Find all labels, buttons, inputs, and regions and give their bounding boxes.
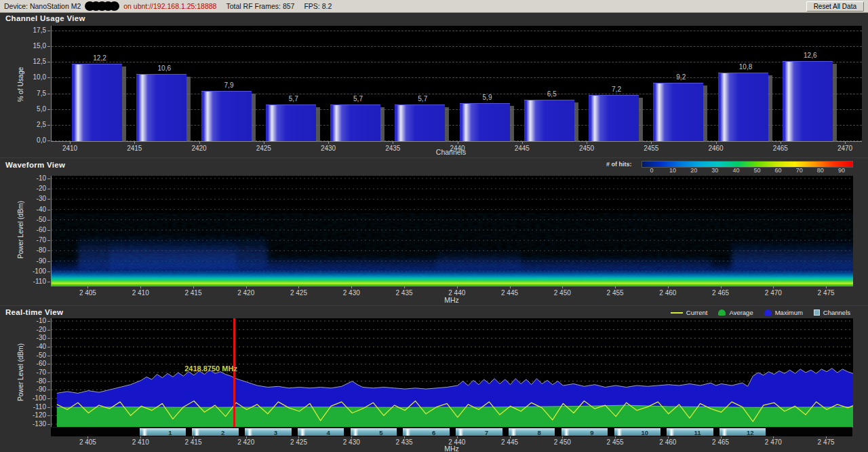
usage-x-tick-mark bbox=[264, 142, 264, 144]
usage-bar-shadow bbox=[768, 75, 772, 142]
waveform-x-tick-mark bbox=[562, 286, 563, 288]
realtime-spectrum-chart[interactable] bbox=[51, 318, 853, 428]
realtime-x-tick-label: 2 435 bbox=[395, 438, 412, 446]
reset-all-data-button[interactable]: Reset All Data bbox=[806, 1, 864, 12]
usage-y-tick-label: 5,0 bbox=[0, 105, 46, 113]
hits-tick-label: 40 bbox=[732, 167, 739, 174]
usage-bar-value: 5,7 bbox=[289, 95, 298, 102]
waveform-x-tick-label: 2 445 bbox=[501, 289, 518, 297]
waveform-y-tick-mark bbox=[47, 230, 50, 231]
usage-x-tick-label: 2445 bbox=[515, 145, 530, 152]
realtime-x-tick-label: 2 420 bbox=[237, 438, 254, 446]
waveform-y-tick-label: -20 bbox=[0, 185, 46, 192]
channel-number: 6 bbox=[403, 429, 449, 436]
hits-tick-label: 80 bbox=[817, 167, 824, 174]
usage-bar[interactable] bbox=[460, 103, 510, 141]
channel-block-9[interactable]: 9 bbox=[561, 428, 608, 436]
usage-bar-value: 5,7 bbox=[353, 95, 363, 102]
realtime-y-tick-label: -60 bbox=[0, 360, 46, 367]
channel-block-12[interactable]: 12 bbox=[719, 428, 766, 436]
realtime-y-tick-mark bbox=[47, 347, 50, 347]
usage-bar[interactable] bbox=[524, 100, 574, 141]
hits-label: # of hits: bbox=[606, 161, 632, 168]
legend-item-current: Current bbox=[671, 309, 708, 316]
legend-item-channels: Channels bbox=[814, 309, 850, 316]
channel-usage-chart[interactable]: 12,210,67,95,75,75,75,96,57,29,210,812,6 bbox=[51, 26, 862, 142]
usage-bar-shadow bbox=[574, 102, 578, 142]
channel-block-10[interactable]: 10 bbox=[614, 428, 660, 436]
usage-bar[interactable] bbox=[395, 105, 445, 141]
hits-tick-label: 20 bbox=[690, 167, 697, 174]
usage-bar[interactable] bbox=[653, 83, 703, 141]
realtime-y-tick-label: -50 bbox=[0, 352, 46, 359]
wifi-channels-strip: 123456789101112 bbox=[51, 427, 852, 436]
realtime-y-tick-label: -130 bbox=[0, 420, 46, 428]
usage-bar-value: 12,2 bbox=[93, 54, 106, 62]
usage-bar-shadow bbox=[833, 64, 837, 142]
usage-bar-value: 10,6 bbox=[158, 64, 171, 72]
usage-bar[interactable] bbox=[72, 64, 122, 141]
realtime-y-tick-label: -10 bbox=[0, 317, 46, 324]
usage-x-tick-label: 2415 bbox=[127, 145, 142, 152]
channel-block-4[interactable]: 4 bbox=[298, 428, 344, 436]
waveform-x-tick-mark bbox=[87, 286, 88, 288]
usage-bar[interactable] bbox=[783, 61, 833, 141]
realtime-y-tick-label: -70 bbox=[0, 369, 46, 376]
usage-x-tick-mark bbox=[199, 142, 200, 144]
realtime-y-tick-mark bbox=[47, 356, 50, 356]
usage-bar[interactable] bbox=[589, 95, 639, 141]
channel-block-1[interactable]: 1 bbox=[140, 428, 186, 436]
channel-block-8[interactable]: 8 bbox=[509, 428, 555, 436]
usage-bar-value: 6,5 bbox=[547, 90, 557, 98]
usage-bar[interactable] bbox=[201, 91, 252, 141]
usage-bar[interactable] bbox=[718, 73, 768, 141]
waveform-x-tick-label: 2 470 bbox=[765, 289, 782, 297]
channel-block-2[interactable]: 2 bbox=[192, 428, 238, 436]
usage-x-tick-mark bbox=[716, 142, 717, 144]
waveform-x-tick-label: 2 410 bbox=[132, 289, 149, 297]
realtime-y-tick-mark bbox=[47, 338, 50, 339]
hits-colorbar-legend: # of hits: 0102030405060708090 bbox=[609, 160, 853, 174]
usage-y-tick-mark bbox=[47, 31, 50, 31]
realtime-x-tick-label: 2 450 bbox=[554, 438, 571, 446]
realtime-x-tick-label: 2 425 bbox=[290, 438, 307, 446]
frequency-marker-line[interactable] bbox=[233, 318, 235, 435]
channel-block-7[interactable]: 7 bbox=[456, 428, 502, 436]
toolbar: Device: NanoStation M2 on ubnt://192.168… bbox=[0, 0, 868, 13]
waveform-y-tick-label: -10 bbox=[0, 174, 46, 182]
waveform-x-tick-label: 2 430 bbox=[343, 289, 360, 297]
realtime-x-tick-label: 2 465 bbox=[712, 438, 729, 446]
waveform-spectrogram[interactable] bbox=[51, 176, 853, 286]
rf-frames-counter: Total RF Frames: 857 bbox=[226, 2, 294, 10]
realtime-y-tick-label: -20 bbox=[0, 326, 46, 333]
usage-bar-shadow bbox=[445, 107, 449, 142]
usage-bar[interactable] bbox=[266, 105, 316, 141]
realtime-x-tick-label: 2 410 bbox=[132, 438, 149, 446]
waveform-y-tick-mark bbox=[47, 282, 50, 282]
usage-y-tick-label: 15,0 bbox=[0, 42, 46, 50]
waveform-y-tick-label: -60 bbox=[0, 226, 46, 233]
channel-block-6[interactable]: 6 bbox=[403, 428, 449, 436]
usage-bar[interactable] bbox=[330, 105, 380, 141]
hits-tick-label: 0 bbox=[650, 167, 653, 174]
realtime-y-tick-mark bbox=[47, 321, 50, 322]
legend-label: Average bbox=[729, 309, 753, 316]
usage-y-tick-mark bbox=[47, 125, 50, 126]
usage-bar-shadow bbox=[186, 77, 191, 142]
usage-bar[interactable] bbox=[136, 74, 186, 141]
realtime-y-tick-label: -100 bbox=[0, 394, 46, 402]
channel-number: 9 bbox=[561, 429, 608, 436]
channel-block-11[interactable]: 11 bbox=[667, 428, 713, 436]
usage-bar-shadow bbox=[510, 106, 514, 142]
usage-bar-value: 9,2 bbox=[676, 73, 686, 81]
hits-tick-label: 50 bbox=[753, 167, 760, 174]
legend-label: Current bbox=[686, 309, 708, 316]
channel-number: 7 bbox=[456, 429, 502, 436]
realtime-y-tick-label: -120 bbox=[0, 411, 46, 419]
channel-block-3[interactable]: 3 bbox=[245, 428, 291, 436]
channel-block-5[interactable]: 5 bbox=[351, 428, 397, 436]
waveform-x-tick-mark bbox=[457, 286, 458, 288]
usage-y-tick-label: 17,5 bbox=[0, 26, 46, 34]
usage-x-tick-mark bbox=[458, 142, 458, 144]
waveform-x-tick-mark bbox=[246, 286, 247, 288]
